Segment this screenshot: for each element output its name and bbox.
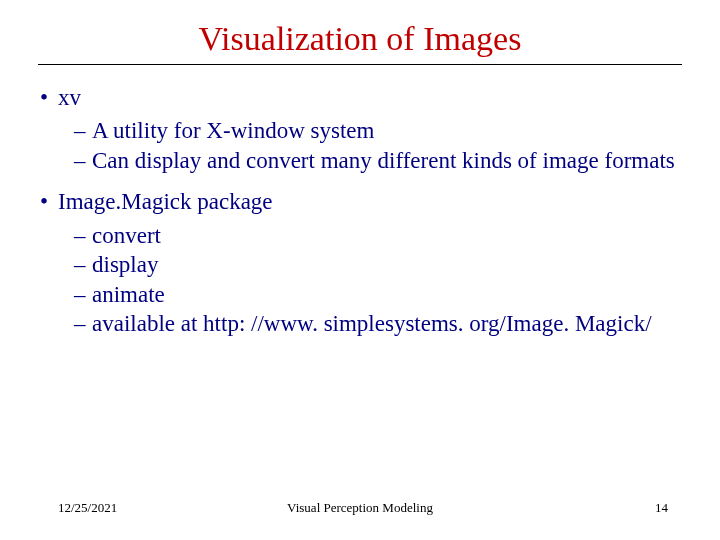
- slide-footer: 12/25/2021 Visual Perception Modeling 14: [0, 500, 720, 516]
- slide-title: Visualization of Images: [38, 20, 682, 58]
- dash-icon: –: [74, 146, 92, 175]
- sub-text: available at http: //www. simplesystems.…: [92, 309, 682, 338]
- bullet-item: • Image.Magick package: [38, 187, 682, 216]
- sub-text: display: [92, 250, 682, 279]
- dash-icon: –: [74, 250, 92, 279]
- sub-item: – A utility for X-window system: [74, 116, 682, 145]
- dash-icon: –: [74, 116, 92, 145]
- footer-center: Visual Perception Modeling: [287, 500, 433, 516]
- bullet-icon: •: [38, 83, 58, 112]
- sub-text: convert: [92, 221, 682, 250]
- sub-list: – A utility for X-window system – Can di…: [74, 116, 682, 175]
- sub-text: Can display and convert many different k…: [92, 146, 682, 175]
- dash-icon: –: [74, 309, 92, 338]
- sub-item: – available at http: //www. simplesystem…: [74, 309, 682, 338]
- dash-icon: –: [74, 221, 92, 250]
- sub-list: – convert – display – animate – availabl…: [74, 221, 682, 339]
- sub-item: – convert: [74, 221, 682, 250]
- bullet-label: xv: [58, 83, 682, 112]
- title-divider: [38, 64, 682, 65]
- sub-text: animate: [92, 280, 682, 309]
- bullet-item: • xv: [38, 83, 682, 112]
- sub-text: A utility for X-window system: [92, 116, 682, 145]
- dash-icon: –: [74, 280, 92, 309]
- sub-item: – animate: [74, 280, 682, 309]
- sub-item: – Can display and convert many different…: [74, 146, 682, 175]
- footer-page-number: 14: [655, 500, 668, 516]
- slide-content: • xv – A utility for X-window system – C…: [38, 83, 682, 339]
- bullet-icon: •: [38, 187, 58, 216]
- sub-item: – display: [74, 250, 682, 279]
- bullet-label: Image.Magick package: [58, 187, 682, 216]
- footer-date: 12/25/2021: [58, 500, 117, 516]
